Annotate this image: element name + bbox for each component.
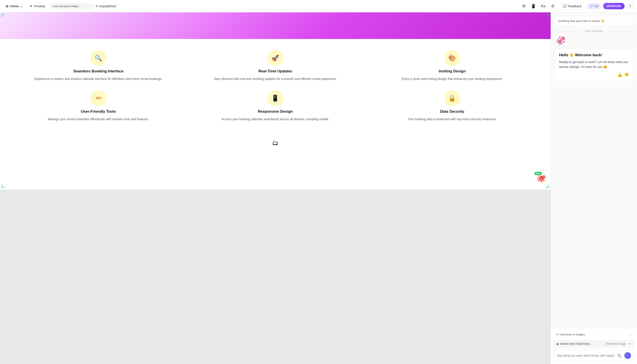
- chat-area: anything else you'd like to tweak! 👋 Pas…: [551, 12, 637, 328]
- topbar: ⊞ Home ⌄ 👁 Preview cozy-escapes.wegic...…: [0, 0, 637, 12]
- feature-title-6: Data Security: [440, 110, 464, 114]
- corner-bl-indicator: [2, 185, 5, 188]
- feature-title-5: Responsive Design: [258, 110, 293, 114]
- feature-icon-lock: 🔒: [444, 90, 460, 106]
- credits-badge: 💎 65: [587, 3, 601, 9]
- thumbs-up-button[interactable]: 👍: [617, 72, 622, 78]
- help-button[interactable]: ?: [627, 3, 633, 10]
- attach-button[interactable]: 📎: [616, 352, 622, 359]
- sparkle-icon: ✦: [556, 333, 558, 336]
- credits-count: 65: [595, 4, 598, 8]
- ref-arrow-icon: ◀: [556, 342, 558, 346]
- thumbs-down-button[interactable]: 👎: [624, 72, 629, 78]
- tablet-icon: 📱: [531, 4, 536, 9]
- mascot-avatar: 🦑: [555, 36, 566, 45]
- feature-icon-mobile: 📱: [267, 90, 283, 106]
- topbar-right: 💬 Feedback 💎 65 UPGRADE ?: [559, 3, 633, 10]
- feature-desc-4: Manage your rental schedules effortlessl…: [48, 117, 149, 122]
- unpublished-badge: Unpublished: [96, 4, 116, 8]
- preview-button[interactable]: 👁 Preview: [27, 3, 48, 9]
- paperclip-icon: 📎: [617, 353, 622, 358]
- feature-desc-3: Enjoy a clean and inviting design that e…: [402, 76, 503, 82]
- feature-title-3: Inviting Design: [439, 69, 466, 74]
- unpublished-label: Unpublished: [99, 4, 116, 8]
- more-options-button[interactable]: ···: [627, 331, 634, 338]
- canvas-area[interactable]: 🔍 Seamless Booking Interface Experience …: [0, 12, 551, 364]
- hero-banner: [0, 12, 551, 39]
- feedback-label: Feedback: [568, 4, 581, 8]
- bubble-actions: 👍 👎: [559, 72, 629, 78]
- thumbs-down-icon: 👎: [624, 73, 629, 77]
- settings-button[interactable]: ⚙: [549, 2, 557, 10]
- chat-icon: 💬: [563, 4, 566, 8]
- thumbs-up-icon: 👍: [617, 73, 622, 77]
- features-grid: 🔍 Seamless Booking Interface Experience …: [0, 39, 551, 135]
- feature-icon-palette: 🎨: [444, 50, 460, 66]
- corner-tr-indicator: [546, 14, 549, 17]
- url-bar: cozy-escapes.wegic...: [50, 3, 94, 9]
- chat-input-row: 📎 ↑: [553, 350, 634, 361]
- ref-right-label: Reference image: [606, 342, 626, 346]
- main-layout: 🔍 Seamless Booking Interface Experience …: [0, 12, 637, 364]
- url-text: cozy-escapes.wegic...: [53, 4, 81, 8]
- side-panel: anything else you'd like to tweak! 👋 Pas…: [551, 12, 637, 364]
- corner-br-indicator: [546, 185, 549, 188]
- ai-mascot[interactable]: New 🐙: [536, 174, 546, 183]
- reference-row: ◀ Instant Client Testimonial ... Referen…: [553, 340, 634, 348]
- add-content-label: Add texts or images: [559, 333, 585, 336]
- eye-icon: 👁: [30, 4, 33, 8]
- ref-label: Instant Client Testimonial ...: [560, 342, 604, 346]
- upgrade-button[interactable]: UPGRADE: [603, 3, 624, 9]
- feature-title-4: User-Friendly Tools: [81, 110, 116, 114]
- input-area: ✦ Add texts or images ··· ◀ Instant Clie…: [551, 328, 637, 364]
- feature-card-security: 🔒 Data Security Your booking data is pro…: [367, 90, 537, 122]
- feature-card-responsive: 📱 Responsive Design Access your booking …: [190, 90, 361, 122]
- topbar-left: ⊞ Home ⌄ 👁 Preview cozy-escapes.wegic...…: [4, 3, 517, 10]
- footer-area: 🗂: [0, 135, 551, 151]
- topbar-center: 🖥 📱 Aa ⚙: [520, 2, 557, 10]
- bot-bubble-title: Hello 👋 Welcome back!: [559, 53, 629, 57]
- mascot-header: 🦑: [554, 36, 633, 45]
- plus-icon: +: [629, 342, 631, 346]
- desktop-icon: 🖥: [522, 4, 526, 8]
- feature-card-updates: 🚀 Real-Time Updates Stay informed with r…: [190, 50, 361, 82]
- corner-tl-indicator: [2, 14, 5, 17]
- bot-message-bubble: Hello 👋 Welcome back! Ready to get back …: [554, 48, 633, 82]
- typography-button[interactable]: Aa: [539, 2, 547, 10]
- feature-desc-5: Access your booking calendar seamlessly …: [222, 117, 329, 122]
- tablet-view-button[interactable]: 📱: [529, 2, 537, 10]
- feature-card-booking: 🔍 Seamless Booking Interface Experience …: [13, 50, 184, 82]
- more-icon: ···: [629, 332, 632, 336]
- partial-msg-text: anything else you'd like to tweak! 👋: [558, 19, 604, 22]
- bot-bubble-text: Ready to get back to work? Let me know w…: [559, 60, 629, 70]
- partial-message: anything else you'd like to tweak! 👋: [554, 16, 633, 26]
- desktop-view-button[interactable]: 🖥: [520, 2, 528, 10]
- feature-title-1: Seamless Booking Interface: [73, 69, 124, 74]
- feature-title-2: Real-Time Updates: [259, 69, 292, 74]
- home-label: Home: [10, 4, 19, 8]
- send-button[interactable]: ↑: [624, 352, 631, 359]
- new-badge: New: [534, 172, 542, 175]
- gear-icon: ⚙: [551, 4, 555, 9]
- text-icon: Aa: [541, 4, 545, 8]
- ref-add-button[interactable]: +: [628, 342, 632, 346]
- grid-icon: ⊞: [6, 4, 9, 8]
- home-button[interactable]: ⊞ Home ⌄: [4, 3, 25, 10]
- preview-label: Preview: [34, 4, 45, 8]
- add-content-row: ✦ Add texts or images ···: [553, 331, 634, 338]
- feature-card-design: 🎨 Inviting Design Enjoy a clean and invi…: [367, 50, 537, 82]
- unpublished-dot: [96, 5, 98, 7]
- add-content-button[interactable]: ✦ Add texts or images: [553, 332, 625, 338]
- question-mark-icon: ?: [629, 4, 631, 8]
- send-icon: ↑: [627, 354, 628, 357]
- feature-desc-1: Experience a modern and intuitive calend…: [34, 76, 162, 82]
- upgrade-label: UPGRADE: [607, 4, 621, 8]
- diamond-icon: 💎: [589, 4, 593, 8]
- past-messages-label: Past messages: [554, 30, 633, 32]
- feature-icon-search: 🔍: [90, 50, 106, 66]
- feature-icon-rocket: 🚀: [267, 50, 283, 66]
- feature-desc-2: Stay informed with real-time booking upd…: [214, 76, 337, 82]
- feedback-button[interactable]: 💬 Feedback: [559, 3, 585, 10]
- chat-input[interactable]: [557, 354, 614, 357]
- feature-card-tools: </> User-Friendly Tools Manage your rent…: [13, 90, 184, 122]
